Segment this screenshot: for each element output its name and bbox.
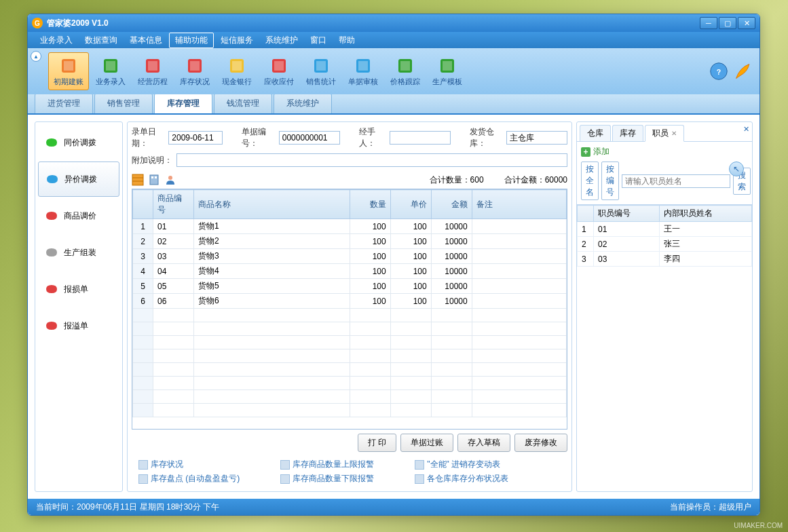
employee-row[interactable]: 101王一 [578, 222, 752, 237]
toolbar-collapse-icon[interactable]: ▲ [31, 51, 41, 62]
table-row[interactable]: 101货物110010010000 [133, 219, 567, 234]
quick-link[interactable]: 库存状况 [138, 459, 240, 470]
filter-code-button[interactable]: 按编号 [601, 162, 619, 200]
svg-rect-11 [274, 61, 284, 71]
employee-row[interactable]: 202张三 [578, 237, 752, 252]
rcol-header-2[interactable]: 内部职员姓名 [660, 206, 752, 222]
sidebar-item-4[interactable]: 报损单 [38, 271, 119, 307]
col-header-5[interactable]: 金额 [431, 190, 472, 219]
maintab-0[interactable]: 进货管理 [35, 93, 93, 113]
maintab-2[interactable]: 库存管理 [154, 93, 212, 113]
menu-4[interactable]: 短信服务 [215, 33, 259, 48]
link-icon [280, 474, 290, 484]
goods-grid[interactable]: 商品编号商品名称数量单价金额备注101货物110010010000202货物21… [132, 189, 567, 430]
window-title: 管家婆2009 V1.0 [47, 18, 700, 29]
table-row-empty[interactable] [133, 377, 567, 390]
sidebar-item-5[interactable]: 报溢单 [38, 308, 119, 343]
menu-0[interactable]: 业务录入 [35, 33, 78, 48]
rtab-2[interactable]: 职员 ✕ [645, 125, 684, 142]
col-header-0[interactable] [133, 190, 153, 219]
close-button[interactable]: ✕ [738, 17, 755, 29]
warehouse-input[interactable] [506, 131, 567, 145]
filter-fullname-button[interactable]: 按全名 [581, 162, 599, 200]
maintab-4[interactable]: 系统维护 [274, 93, 332, 113]
rtab-0[interactable]: 仓库 [580, 125, 611, 141]
date-input[interactable] [168, 131, 223, 145]
quick-link[interactable]: 库存商品数量下限报警 [280, 473, 374, 484]
tool-1[interactable]: 业务录入 [90, 52, 131, 90]
quick-link[interactable]: 各仓库库存分布状况表 [415, 473, 508, 484]
tab-close-icon[interactable]: ✕ [671, 130, 677, 137]
tool-0[interactable]: 初期建账 [48, 52, 89, 90]
tool-4[interactable]: 现金银行 [217, 52, 257, 90]
menu-2[interactable]: 基本信息 [124, 33, 168, 48]
tool-icon-9 [438, 56, 457, 75]
table-row-empty[interactable] [133, 309, 567, 322]
building-icon[interactable] [148, 174, 160, 186]
employee-row[interactable]: 303李四 [578, 252, 752, 267]
table-row-empty[interactable] [133, 404, 567, 417]
maintab-3[interactable]: 钱流管理 [214, 93, 272, 113]
table-row[interactable]: 505货物510010010000 [133, 279, 567, 294]
table-row-empty[interactable] [133, 349, 567, 363]
titlebar: G 管家婆2009 V1.0 ─ ▢ ✕ [28, 14, 759, 32]
table-row-empty[interactable] [133, 322, 567, 336]
person-icon[interactable] [164, 174, 176, 186]
panel-close-icon[interactable]: ✕ [743, 125, 749, 134]
tool-8[interactable]: 价格跟踪 [385, 52, 426, 90]
print-button[interactable]: 打 印 [358, 434, 396, 452]
help-icon[interactable]: ? [709, 62, 728, 81]
sidebar-item-2[interactable]: 商品调价 [38, 198, 119, 233]
search-input[interactable] [622, 174, 730, 188]
table-row-empty[interactable] [133, 336, 567, 349]
table-row[interactable]: 303货物310010010000 [133, 249, 567, 264]
tool-5[interactable]: 应收应付 [259, 52, 299, 90]
post-button[interactable]: 单据过账 [400, 434, 453, 452]
tool-9[interactable]: 生产模板 [427, 52, 468, 90]
table-row-empty[interactable] [133, 390, 567, 404]
rtab-1[interactable]: 库存 [612, 125, 643, 141]
sidebar-item-3[interactable]: 生产组装 [38, 235, 119, 270]
employee-grid[interactable]: 职员编号内部职员姓名101王一202张三303李四 ↖ [577, 204, 752, 491]
col-header-3[interactable]: 数量 [350, 190, 390, 219]
tool-7[interactable]: 单据审核 [343, 52, 383, 90]
save-draft-button[interactable]: 存入草稿 [457, 434, 510, 452]
tool-2[interactable]: 经营历程 [132, 52, 173, 90]
maximize-button[interactable]: ▢ [719, 17, 736, 29]
menu-5[interactable]: 系统维护 [260, 33, 303, 48]
col-header-6[interactable]: 备注 [472, 190, 566, 219]
rcol-header-1[interactable]: 职员编号 [594, 206, 660, 222]
status-user: 当前操作员：超级用户 [670, 501, 751, 513]
rcol-header-0[interactable] [578, 206, 594, 222]
sidebar-item-0[interactable]: 同价调拨 [38, 125, 119, 160]
col-header-4[interactable]: 单价 [390, 190, 431, 219]
table-row-empty[interactable] [133, 363, 567, 377]
sidebar-item-1[interactable]: 异价调拨 [38, 162, 119, 197]
tool-3[interactable]: 库存状况 [174, 52, 215, 90]
col-header-2[interactable]: 商品名称 [194, 190, 350, 219]
tool-6[interactable]: 销售统计 [301, 52, 341, 90]
table-row[interactable]: 202货物210010010000 [133, 234, 567, 249]
col-header-1[interactable]: 商品编号 [153, 190, 194, 219]
quick-link[interactable]: 库存盘点 (自动盘盈盘亏) [138, 473, 240, 484]
table-row[interactable]: 606货物610010010000 [133, 294, 567, 309]
minimize-button[interactable]: ─ [700, 17, 717, 29]
grid-icon[interactable] [132, 174, 144, 186]
maintab-1[interactable]: 销售管理 [94, 93, 153, 113]
add-button[interactable]: + 添加 [577, 142, 752, 162]
quick-link[interactable]: "全能" 进销存变动表 [415, 459, 508, 470]
table-row[interactable]: 404货物410010010000 [133, 264, 567, 279]
menu-1[interactable]: 数据查询 [79, 33, 123, 48]
main-panel: 录单日期： 单据编号： 经手人： 发货仓库： 附加说明： [127, 121, 572, 492]
menu-7[interactable]: 帮助 [333, 33, 360, 48]
quick-link[interactable]: 库存商品数量上限报警 [280, 459, 374, 470]
handler-input[interactable] [390, 131, 451, 145]
feather-icon[interactable] [734, 62, 753, 81]
menu-3[interactable]: 辅助功能 [169, 33, 214, 48]
docno-input[interactable] [279, 131, 340, 145]
menu-6[interactable]: 窗口 [305, 33, 332, 48]
discard-button[interactable]: 废弃修改 [514, 434, 567, 452]
note-input[interactable] [176, 153, 567, 167]
tool-icon-4 [227, 56, 246, 75]
tool-icon-8 [396, 56, 415, 75]
